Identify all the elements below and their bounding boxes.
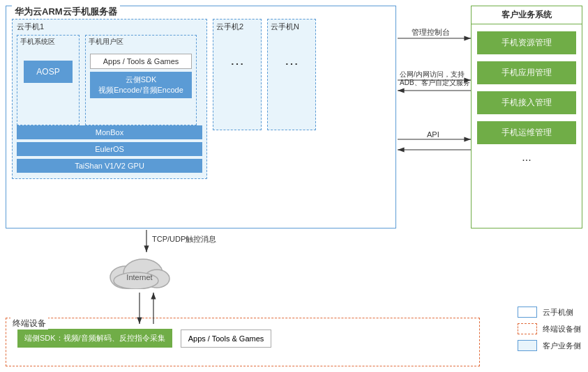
- svg-text:管理控制台: 管理控制台: [412, 28, 450, 36]
- terminal-label: 终端设备: [10, 318, 48, 330]
- customer-items-list: 手机资源管理 手机应用管理 手机接入管理 手机运维管理 ...: [472, 24, 582, 171]
- cloud-phone-n-label: 云手机N: [268, 20, 302, 34]
- customer-item-3: 手机运维管理: [477, 121, 576, 144]
- dots-phone2: ⋯: [230, 55, 244, 72]
- cloud-sdk-line1: 云侧SDK: [94, 75, 188, 85]
- customer-item-1: 手机应用管理: [477, 61, 576, 84]
- legend-icon-cloud: [518, 307, 537, 318]
- terminal-content: 端侧SDK：视频/音频解码、反控指令采集 Apps / Tools & Game…: [6, 318, 479, 353]
- svg-text:API: API: [427, 130, 439, 139]
- legend-label-cloud: 云手机侧: [543, 307, 573, 318]
- huawei-cloud-title: 华为云ARM云手机服务器: [12, 6, 120, 18]
- cloud-phone-1-label: 云手机1: [17, 22, 44, 32]
- cloud-phone-n: 云手机N ⋯: [267, 19, 316, 130]
- cloud-phone-1: 云手机1 手机系统区 AOSP 手机用户区 Apps / Tools & Gam…: [12, 19, 207, 179]
- customer-title: 客户业务系统: [472, 6, 582, 24]
- legend-item-terminal: 终端设备侧: [518, 323, 581, 334]
- svg-text:Internet: Internet: [126, 273, 152, 281]
- customer-item-2: 手机接入管理: [477, 91, 576, 114]
- cloud-phone-2-label: 云手机2: [213, 20, 246, 34]
- legend: 云手机侧 终端设备侧 客户业务侧: [518, 307, 581, 351]
- monbox-item: MonBox: [17, 125, 202, 139]
- phone-system-label: 手机系统区: [17, 36, 79, 48]
- euleros-item: EulerOS: [17, 142, 202, 156]
- apps-tools-box: Apps / Tools & Games: [90, 54, 192, 69]
- terminal-apps-box: Apps / Tools & Games: [181, 330, 272, 348]
- cloud-phone-2: 云手机2 ⋯: [213, 19, 262, 130]
- terminal-box: 终端设备 端侧SDK：视频/音频解码、反控指令采集 Apps / Tools &…: [6, 318, 480, 366]
- phone-user-area: 手机用户区 Apps / Tools & Games 云侧SDK 视频Encod…: [85, 35, 197, 125]
- phone-user-label: 手机用户区: [86, 36, 196, 48]
- main-diagram: 华为云ARM云手机服务器 云手机1 手机系统区 AOSP 手机用户区 Apps …: [0, 0, 588, 372]
- taishan-item: TaiShan V1/V2 GPU: [17, 159, 202, 173]
- internet-section: Internet: [91, 251, 188, 289]
- internet-cloud-icon: Internet: [105, 251, 174, 289]
- legend-item-customer: 客户业务侧: [518, 340, 581, 351]
- aosp-box: AOSP: [24, 61, 73, 83]
- cloud-sdk-box: 云侧SDK 视频Encode/音频Encode: [90, 72, 192, 98]
- monbox-area: MonBox EulerOS TaiShan V1/V2 GPU: [17, 125, 202, 173]
- phone-system-area: 手机系统区 AOSP: [17, 35, 80, 125]
- legend-label-customer: 客户业务侧: [543, 341, 581, 351]
- legend-icon-terminal: [518, 323, 537, 334]
- legend-label-terminal: 终端设备侧: [543, 324, 581, 334]
- huawei-cloud-box: 华为云ARM云手机服务器 云手机1 手机系统区 AOSP 手机用户区 Apps …: [6, 6, 396, 228]
- aosp-label: AOSP: [36, 67, 59, 77]
- terminal-sdk-box: 端侧SDK：视频/音频解码、反控指令采集: [17, 329, 172, 348]
- customer-box: 客户业务系统 手机资源管理 手机应用管理 手机接入管理 手机运维管理 ...: [471, 6, 582, 228]
- cloud-sdk-line2: 视频Encode/音频Encode: [94, 85, 188, 95]
- cloud-phones-row: 云手机1 手机系统区 AOSP 手机用户区 Apps / Tools & Gam…: [12, 19, 390, 186]
- customer-dots: ...: [477, 151, 576, 164]
- legend-icon-customer: [518, 340, 537, 351]
- svg-text:公网/内网访问，支持: 公网/内网访问，支持: [400, 70, 465, 78]
- tcp-label: TCP/UDP触控消息: [152, 234, 216, 245]
- dots-phone-n: ⋯: [285, 55, 299, 72]
- legend-item-cloud: 云手机侧: [518, 307, 581, 318]
- customer-item-0: 手机资源管理: [477, 31, 576, 54]
- svg-text:ADB、客户自定义服务: ADB、客户自定义服务: [400, 79, 470, 86]
